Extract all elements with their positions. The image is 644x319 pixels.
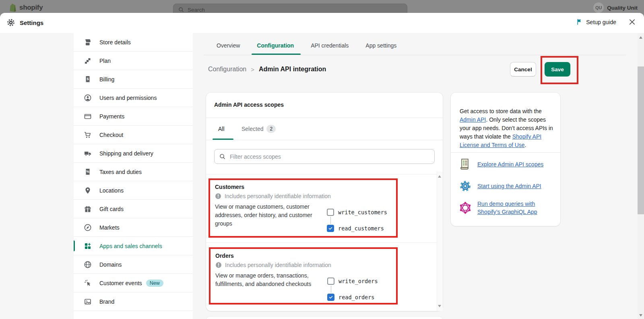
- shopify-logo: shopify: [9, 3, 43, 12]
- card-title: Admin API access scopes: [214, 102, 284, 108]
- graphiql-demo-link[interactable]: Run demo queries with Shopify’s GraphiQL…: [477, 200, 547, 216]
- shopify-bag-icon: [9, 3, 17, 12]
- shopify-wordmark: shopify: [19, 4, 43, 12]
- tab-app-settings[interactable]: App settings: [365, 42, 396, 49]
- divider: [206, 174, 437, 174]
- sidebar-item-billing[interactable]: $ Billing: [74, 70, 193, 89]
- checkbox[interactable]: [327, 294, 334, 301]
- scope-group-title: Customers: [215, 184, 244, 190]
- divider: [206, 242, 437, 243]
- tab-api-credentials[interactable]: API credentials: [311, 42, 349, 49]
- scroll-up-arrow[interactable]: [639, 36, 642, 39]
- sidebar-item-taxes[interactable]: % Taxes and duties: [74, 163, 193, 181]
- user-menu[interactable]: QU Quality Unit: [593, 2, 638, 13]
- cancel-button[interactable]: Cancel: [510, 62, 536, 77]
- avatar: QU: [593, 2, 604, 13]
- svg-text:$: $: [87, 77, 89, 81]
- scope-description: View or manage orders, transactions, ful…: [215, 271, 319, 288]
- tab-overview[interactable]: Overview: [217, 42, 240, 49]
- sidebar-item-plan[interactable]: Plan: [74, 52, 193, 70]
- store-icon: [84, 38, 92, 46]
- sidebar-item-brand[interactable]: Brand: [74, 292, 193, 311]
- sidebar-item-domains[interactable]: Domains: [74, 255, 193, 274]
- sidebar-item-gift-cards[interactable]: Gift cards: [74, 200, 193, 218]
- scope-description: View or manage customers, customer addre…: [215, 203, 319, 228]
- scroll-down-arrow[interactable]: [639, 314, 642, 317]
- sidebar-item-apps-sales-channels[interactable]: Apps and sales channels: [74, 237, 193, 255]
- selected-count-badge: 2: [266, 125, 276, 133]
- divider: [206, 118, 443, 118]
- explore-scopes-link[interactable]: Explore Admin API scopes: [477, 160, 543, 168]
- blue-gear-icon: [459, 180, 472, 193]
- checkbox[interactable]: [327, 225, 334, 232]
- compass-icon: [84, 224, 92, 232]
- flag-icon: [576, 19, 583, 25]
- taxes-icon: %: [84, 168, 92, 176]
- close-icon[interactable]: [628, 18, 636, 26]
- sidebar-item-partial: [74, 311, 193, 319]
- checkbox-write-orders[interactable]: write_orders: [327, 277, 378, 285]
- gear-icon: [6, 18, 15, 27]
- user-name: Quality Unit: [607, 5, 638, 11]
- sidebar-item-shipping[interactable]: Shipping and delivery: [74, 144, 193, 163]
- start-admin-api-link[interactable]: Start using the Admin API: [477, 182, 541, 190]
- settings-modal: Settings Setup guide Store details Plan …: [0, 13, 644, 319]
- api-info-text: Get access to store data with the Admin …: [460, 107, 554, 149]
- filter-scopes-input[interactable]: [229, 153, 429, 160]
- tab-selected-scopes[interactable]: Selected 2: [242, 125, 276, 133]
- payments-icon: [84, 112, 92, 120]
- new-badge: New: [146, 280, 163, 287]
- pii-note: Includes personally identifiable informa…: [225, 262, 331, 268]
- scope-list-scrollbar[interactable]: [437, 172, 443, 311]
- sidebar-item-payments[interactable]: Payments: [74, 107, 193, 126]
- checkbox-connector: [331, 286, 331, 293]
- cart-icon: [84, 131, 92, 139]
- settings-modal-header: Settings Setup guide: [0, 13, 644, 33]
- filter-scopes-field: [214, 149, 435, 164]
- next-card-edge: [206, 317, 443, 319]
- sidebar-item-users-permissions[interactable]: Users and permissions: [74, 89, 193, 107]
- checkbox-read-customers[interactable]: read_customers: [327, 224, 387, 232]
- scrollbar-thumb[interactable]: [638, 66, 644, 214]
- breadcrumb: Configuration > Admin API integration: [208, 66, 326, 73]
- gift-icon: [84, 205, 92, 213]
- setup-guide-button[interactable]: Setup guide: [576, 19, 616, 25]
- plan-icon: [84, 57, 92, 65]
- svg-text:%: %: [86, 169, 89, 173]
- sidebar-item-customer-events[interactable]: Customer events New: [74, 274, 193, 292]
- checkbox[interactable]: [327, 278, 334, 285]
- graphql-icon: [459, 201, 472, 214]
- scroll-down-arrow[interactable]: [438, 305, 441, 307]
- location-pin-icon: [84, 186, 92, 195]
- app-tabs: Overview Configuration API credentials A…: [217, 42, 396, 49]
- checkbox-read-orders[interactable]: read_orders: [327, 293, 378, 301]
- tab-all-scopes[interactable]: All: [218, 126, 225, 132]
- divider: [206, 140, 443, 140]
- billing-icon: $: [84, 75, 92, 83]
- page-scrollbar[interactable]: [638, 33, 644, 319]
- users-icon: [84, 94, 92, 102]
- tab-configuration[interactable]: Configuration: [257, 42, 294, 49]
- save-button[interactable]: Save: [545, 62, 570, 77]
- truck-icon: [84, 149, 92, 157]
- checkbox[interactable]: [327, 209, 334, 216]
- breadcrumb-separator: >: [251, 66, 254, 73]
- shopify-topbar: shopify Search QU Quality Unit: [0, 0, 644, 13]
- sidebar-item-checkout[interactable]: Checkout: [74, 126, 193, 144]
- annotation-box-orders: Orders Includes personally identifiable …: [209, 247, 398, 304]
- globe-icon: [84, 261, 92, 269]
- apps-icon: [84, 242, 92, 250]
- breadcrumb-current: Admin API integration: [259, 66, 326, 73]
- info-icon: [215, 193, 221, 199]
- sidebar-item-locations[interactable]: Locations: [74, 181, 193, 200]
- breadcrumb-parent[interactable]: Configuration: [208, 66, 246, 73]
- checkbox-write-customers[interactable]: write_customers: [327, 208, 387, 216]
- global-search-placeholder: Search: [188, 7, 205, 13]
- sidebar-item-markets[interactable]: Markets: [74, 218, 193, 237]
- scroll-up-arrow[interactable]: [438, 175, 441, 178]
- admin-api-link[interactable]: Admin API: [460, 116, 486, 123]
- brand-icon: [84, 298, 92, 306]
- api-info-card: Get access to store data with the Admin …: [451, 93, 560, 226]
- pii-note: Includes personally identifiable informa…: [225, 193, 331, 199]
- sidebar-item-store-details[interactable]: Store details: [74, 33, 193, 52]
